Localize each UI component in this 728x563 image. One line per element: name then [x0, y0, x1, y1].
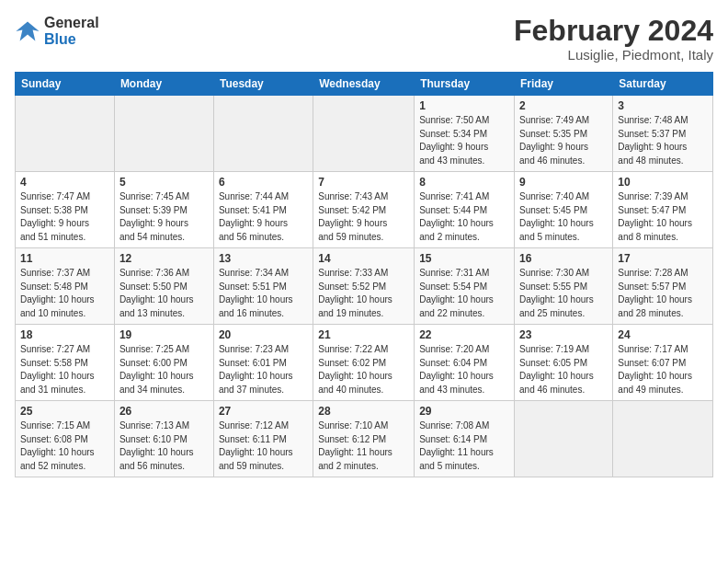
day-info: Sunrise: 7:40 AM Sunset: 5:45 PM Dayligh… [519, 190, 608, 244]
title-area: February 2024 Lusiglie, Piedmont, Italy [514, 15, 713, 63]
calendar-cell: 17Sunrise: 7:28 AM Sunset: 5:57 PM Dayli… [613, 248, 713, 325]
calendar-cell [613, 401, 713, 477]
day-info: Sunrise: 7:30 AM Sunset: 5:55 PM Dayligh… [519, 267, 608, 320]
day-header-thursday: Thursday [415, 73, 515, 96]
day-info: Sunrise: 7:08 AM Sunset: 6:14 PM Dayligh… [419, 419, 509, 473]
header: General Blue February 2024 Lusiglie, Pie… [15, 15, 713, 63]
day-header-saturday: Saturday [613, 73, 713, 96]
calendar-cell: 15Sunrise: 7:31 AM Sunset: 5:54 PM Dayli… [415, 248, 515, 325]
day-number: 26 [119, 405, 209, 418]
calendar-cell: 22Sunrise: 7:20 AM Sunset: 6:04 PM Dayli… [415, 325, 515, 401]
day-number: 23 [519, 328, 608, 341]
day-number: 21 [318, 328, 409, 341]
day-number: 9 [519, 176, 608, 189]
day-number: 15 [419, 252, 509, 265]
calendar-cell [515, 401, 613, 477]
day-info: Sunrise: 7:48 AM Sunset: 5:37 PM Dayligh… [618, 114, 708, 167]
day-info: Sunrise: 7:17 AM Sunset: 6:07 PM Dayligh… [618, 343, 708, 396]
day-number: 7 [318, 176, 409, 189]
calendar-cell [213, 96, 313, 172]
calendar-cell [313, 96, 415, 172]
day-number: 27 [219, 405, 308, 418]
day-info: Sunrise: 7:45 AM Sunset: 5:39 PM Dayligh… [119, 190, 209, 244]
calendar-cell: 18Sunrise: 7:27 AM Sunset: 5:58 PM Dayli… [16, 325, 115, 401]
day-number: 19 [119, 328, 209, 341]
day-info: Sunrise: 7:25 AM Sunset: 6:00 PM Dayligh… [119, 343, 209, 396]
calendar-cell: 9Sunrise: 7:40 AM Sunset: 5:45 PM Daylig… [515, 172, 613, 248]
day-header-sunday: Sunday [16, 73, 115, 96]
calendar-cell: 14Sunrise: 7:33 AM Sunset: 5:52 PM Dayli… [313, 248, 415, 325]
week-row-5: 25Sunrise: 7:15 AM Sunset: 6:08 PM Dayli… [16, 401, 713, 477]
day-info: Sunrise: 7:34 AM Sunset: 5:51 PM Dayligh… [219, 267, 308, 320]
week-row-3: 11Sunrise: 7:37 AM Sunset: 5:48 PM Dayli… [16, 248, 713, 325]
logo: General Blue [15, 15, 99, 47]
calendar-cell: 26Sunrise: 7:13 AM Sunset: 6:10 PM Dayli… [114, 401, 213, 477]
calendar-cell: 11Sunrise: 7:37 AM Sunset: 5:48 PM Dayli… [16, 248, 115, 325]
calendar-subtitle: Lusiglie, Piedmont, Italy [514, 47, 713, 63]
calendar-table: SundayMondayTuesdayWednesdayThursdayFrid… [15, 72, 713, 477]
calendar-cell: 21Sunrise: 7:22 AM Sunset: 6:02 PM Dayli… [313, 325, 415, 401]
calendar-cell: 1Sunrise: 7:50 AM Sunset: 5:34 PM Daylig… [415, 96, 515, 172]
week-row-1: 1Sunrise: 7:50 AM Sunset: 5:34 PM Daylig… [16, 96, 713, 172]
calendar-cell: 12Sunrise: 7:36 AM Sunset: 5:50 PM Dayli… [114, 248, 213, 325]
week-row-2: 4Sunrise: 7:47 AM Sunset: 5:38 PM Daylig… [16, 172, 713, 248]
day-number: 3 [618, 99, 708, 112]
calendar-cell: 6Sunrise: 7:44 AM Sunset: 5:41 PM Daylig… [213, 172, 313, 248]
day-header-monday: Monday [114, 73, 213, 96]
calendar-cell: 8Sunrise: 7:41 AM Sunset: 5:44 PM Daylig… [415, 172, 515, 248]
calendar-cell: 13Sunrise: 7:34 AM Sunset: 5:51 PM Dayli… [213, 248, 313, 325]
day-number: 2 [519, 99, 608, 112]
day-header-tuesday: Tuesday [213, 73, 313, 96]
day-number: 11 [20, 252, 109, 265]
day-number: 16 [519, 252, 608, 265]
day-number: 28 [318, 405, 409, 418]
day-number: 4 [20, 176, 109, 189]
day-number: 1 [419, 99, 509, 112]
day-info: Sunrise: 7:22 AM Sunset: 6:02 PM Dayligh… [318, 343, 409, 396]
day-info: Sunrise: 7:41 AM Sunset: 5:44 PM Dayligh… [419, 190, 509, 244]
calendar-cell: 16Sunrise: 7:30 AM Sunset: 5:55 PM Dayli… [515, 248, 613, 325]
calendar-cell [114, 96, 213, 172]
day-info: Sunrise: 7:19 AM Sunset: 6:05 PM Dayligh… [519, 343, 608, 396]
day-info: Sunrise: 7:27 AM Sunset: 5:58 PM Dayligh… [20, 343, 109, 396]
calendar-cell: 10Sunrise: 7:39 AM Sunset: 5:47 PM Dayli… [613, 172, 713, 248]
day-info: Sunrise: 7:43 AM Sunset: 5:42 PM Dayligh… [318, 190, 409, 244]
calendar-cell: 20Sunrise: 7:23 AM Sunset: 6:01 PM Dayli… [213, 325, 313, 401]
day-number: 8 [419, 176, 509, 189]
day-info: Sunrise: 7:50 AM Sunset: 5:34 PM Dayligh… [419, 114, 509, 167]
calendar-cell: 28Sunrise: 7:10 AM Sunset: 6:12 PM Dayli… [313, 401, 415, 477]
day-headers-row: SundayMondayTuesdayWednesdayThursdayFrid… [16, 73, 713, 96]
day-number: 17 [618, 252, 708, 265]
day-info: Sunrise: 7:37 AM Sunset: 5:48 PM Dayligh… [20, 267, 109, 320]
calendar-cell: 24Sunrise: 7:17 AM Sunset: 6:07 PM Dayli… [613, 325, 713, 401]
day-info: Sunrise: 7:13 AM Sunset: 6:10 PM Dayligh… [119, 419, 209, 473]
calendar-cell: 4Sunrise: 7:47 AM Sunset: 5:38 PM Daylig… [16, 172, 115, 248]
logo-bird-icon [15, 18, 40, 44]
calendar-cell: 3Sunrise: 7:48 AM Sunset: 5:37 PM Daylig… [613, 96, 713, 172]
day-number: 14 [318, 252, 409, 265]
day-info: Sunrise: 7:44 AM Sunset: 5:41 PM Dayligh… [219, 190, 308, 244]
calendar-cell: 23Sunrise: 7:19 AM Sunset: 6:05 PM Dayli… [515, 325, 613, 401]
day-number: 10 [618, 176, 708, 189]
day-info: Sunrise: 7:15 AM Sunset: 6:08 PM Dayligh… [20, 419, 109, 473]
day-number: 24 [618, 328, 708, 341]
day-number: 25 [20, 405, 109, 418]
calendar-cell: 2Sunrise: 7:49 AM Sunset: 5:35 PM Daylig… [515, 96, 613, 172]
day-info: Sunrise: 7:12 AM Sunset: 6:11 PM Dayligh… [219, 419, 308, 473]
day-info: Sunrise: 7:23 AM Sunset: 6:01 PM Dayligh… [219, 343, 308, 396]
calendar-cell: 7Sunrise: 7:43 AM Sunset: 5:42 PM Daylig… [313, 172, 415, 248]
day-info: Sunrise: 7:33 AM Sunset: 5:52 PM Dayligh… [318, 267, 409, 320]
calendar-cell [16, 96, 115, 172]
calendar-cell: 5Sunrise: 7:45 AM Sunset: 5:39 PM Daylig… [114, 172, 213, 248]
day-info: Sunrise: 7:47 AM Sunset: 5:38 PM Dayligh… [20, 190, 109, 244]
day-number: 20 [219, 328, 308, 341]
day-info: Sunrise: 7:49 AM Sunset: 5:35 PM Dayligh… [519, 114, 608, 167]
day-number: 13 [219, 252, 308, 265]
day-number: 29 [419, 405, 509, 418]
calendar-cell: 25Sunrise: 7:15 AM Sunset: 6:08 PM Dayli… [16, 401, 115, 477]
day-info: Sunrise: 7:28 AM Sunset: 5:57 PM Dayligh… [618, 267, 708, 320]
day-info: Sunrise: 7:31 AM Sunset: 5:54 PM Dayligh… [419, 267, 509, 320]
day-number: 18 [20, 328, 109, 341]
day-info: Sunrise: 7:20 AM Sunset: 6:04 PM Dayligh… [419, 343, 509, 396]
calendar-title: February 2024 [514, 15, 713, 47]
